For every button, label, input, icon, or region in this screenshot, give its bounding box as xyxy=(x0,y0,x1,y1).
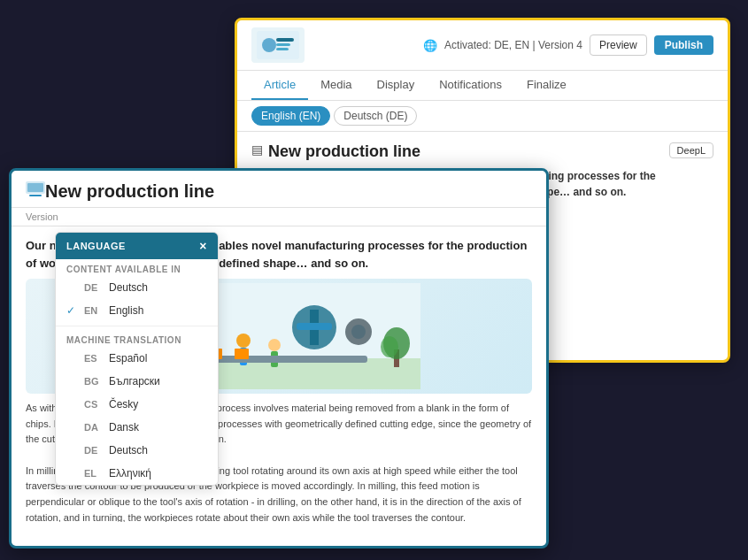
tab-media[interactable]: Media xyxy=(308,71,364,100)
lang-code-es: ES xyxy=(84,353,104,364)
title-row: ▤ New production line DeepL xyxy=(251,142,713,161)
lang-tab-en[interactable]: English (EN) xyxy=(251,106,330,126)
check-icon-es xyxy=(66,352,79,364)
svg-point-23 xyxy=(351,325,366,339)
lang-name-es: Español xyxy=(109,352,147,364)
logo xyxy=(251,27,305,63)
lang-name-de-machine: Deutsch xyxy=(109,444,148,456)
lang-code-cs: CS xyxy=(84,399,104,410)
language-dropdown: LANGUAGE × CONTENT AVAILABLE IN DE Deuts… xyxy=(55,232,219,486)
deepl-button-title[interactable]: DeepL xyxy=(669,142,713,158)
activation-meta: Activated: DE, EN | Version 4 xyxy=(444,39,582,51)
lang-code-da: DA xyxy=(84,422,104,433)
lang-name-da: Dansk xyxy=(109,421,139,433)
lang-code-el: EL xyxy=(84,468,104,479)
lang-item-da[interactable]: DA Dansk xyxy=(56,416,218,439)
dropdown-header: LANGUAGE × xyxy=(56,233,218,259)
tab-display[interactable]: Display xyxy=(365,71,428,100)
front-card-meta: Version xyxy=(12,208,546,226)
section-available-label: CONTENT AVAILABLE IN xyxy=(56,259,218,276)
tab-notifications[interactable]: Notifications xyxy=(427,71,514,100)
dropdown-title: LANGUAGE xyxy=(66,241,126,251)
lang-code-en: EN xyxy=(84,305,104,316)
svg-point-1 xyxy=(262,38,276,52)
back-card-lang-tabs: English (EN) Deutsch (DE) xyxy=(237,101,728,132)
lang-name-cs: Česky xyxy=(109,398,138,410)
tab-article[interactable]: Article xyxy=(251,71,308,100)
lang-code-de: DE xyxy=(84,282,104,293)
svg-point-18 xyxy=(236,334,251,348)
publish-button[interactable]: Publish xyxy=(654,35,713,55)
lang-code-de-machine: DE xyxy=(84,445,104,456)
lang-tab-de[interactable]: Deutsch (DE) xyxy=(334,106,417,126)
svg-rect-4 xyxy=(276,48,289,50)
check-icon-da xyxy=(66,421,79,433)
check-icon-en: ✓ xyxy=(66,304,79,317)
svg-rect-6 xyxy=(27,183,43,192)
lang-item-de-machine[interactable]: DE Deutsch xyxy=(56,439,218,462)
check-icon-de-machine xyxy=(66,444,79,456)
front-card-header: New production line xyxy=(12,171,546,208)
lang-item-de-available[interactable]: DE Deutsch xyxy=(56,276,218,299)
dropdown-close-button[interactable]: × xyxy=(199,240,207,252)
lang-item-bg[interactable]: BG Български xyxy=(56,370,218,393)
lang-code-bg: BG xyxy=(84,376,104,387)
svg-rect-17 xyxy=(297,323,332,330)
back-card-header: 🌐 Activated: DE, EN | Version 4 Preview … xyxy=(237,20,728,71)
lang-name-bg: Български xyxy=(109,375,160,387)
check-icon-de xyxy=(66,281,79,294)
svg-rect-26 xyxy=(235,349,249,359)
lang-item-en-available[interactable]: ✓ EN English xyxy=(56,299,218,322)
check-icon-bg xyxy=(66,375,79,387)
svg-rect-2 xyxy=(276,38,294,42)
svg-rect-7 xyxy=(29,195,42,196)
preview-button[interactable]: Preview xyxy=(590,35,647,56)
back-card-title: New production line xyxy=(268,142,420,161)
title-field-icon: ▤ xyxy=(251,142,263,157)
section-machine-label: MACHINE TRANSLATION xyxy=(56,330,218,347)
check-icon-el xyxy=(66,467,79,479)
globe-icon: 🌐 xyxy=(423,39,437,52)
front-card-title: New production line xyxy=(45,181,214,202)
lang-item-es[interactable]: ES Español xyxy=(56,347,218,370)
tab-finalize[interactable]: Finalize xyxy=(514,71,579,100)
lang-name-en: English xyxy=(109,304,143,317)
lang-name-el: Ελληνική xyxy=(109,467,151,479)
back-card-actions: 🌐 Activated: DE, EN | Version 4 Preview … xyxy=(423,35,713,56)
check-icon-cs xyxy=(66,398,79,410)
back-card-tabs: Article Media Display Notifications Fina… xyxy=(237,71,728,101)
svg-point-29 xyxy=(381,336,398,357)
lang-item-cs[interactable]: CS Česky xyxy=(56,393,218,416)
lang-name-de: Deutsch xyxy=(109,281,148,294)
front-card-icon xyxy=(26,181,45,202)
version-label: Version xyxy=(26,211,58,222)
svg-point-20 xyxy=(268,339,281,351)
dropdown-divider xyxy=(56,326,218,326)
svg-rect-3 xyxy=(276,43,290,46)
lang-item-el[interactable]: EL Ελληνική xyxy=(56,462,218,485)
